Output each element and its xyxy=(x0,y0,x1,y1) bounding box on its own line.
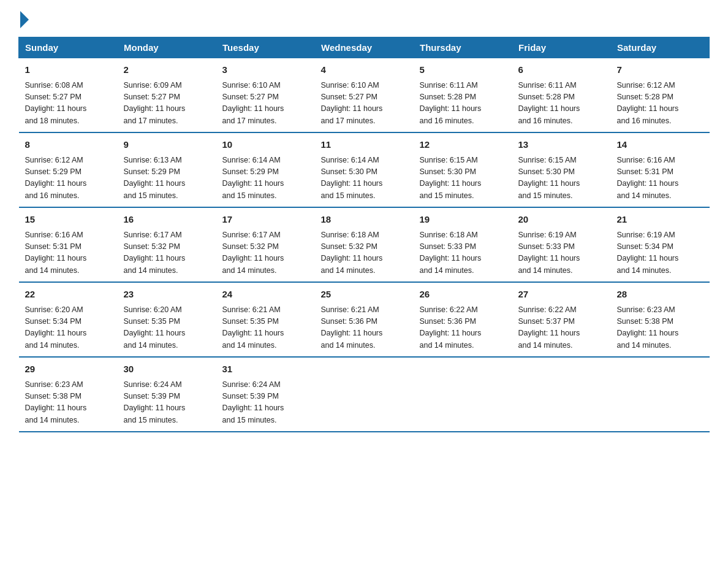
day-info: Sunrise: 6:14 AMSunset: 5:29 PMDaylight:… xyxy=(222,156,284,200)
calendar-body: 1 Sunrise: 6:08 AMSunset: 5:27 PMDayligh… xyxy=(19,58,710,432)
day-number: 28 xyxy=(617,288,703,302)
day-header-friday: Friday xyxy=(512,37,611,58)
day-number: 9 xyxy=(124,138,210,152)
calendar-cell: 7 Sunrise: 6:12 AMSunset: 5:28 PMDayligh… xyxy=(611,58,710,133)
day-number: 12 xyxy=(420,138,506,152)
day-number: 7 xyxy=(617,63,703,77)
days-of-week-row: SundayMondayTuesdayWednesdayThursdayFrid… xyxy=(19,37,710,58)
day-info: Sunrise: 6:10 AMSunset: 5:27 PMDaylight:… xyxy=(222,81,284,125)
calendar-cell: 16 Sunrise: 6:17 AMSunset: 5:32 PMDaylig… xyxy=(118,207,216,282)
day-number: 15 xyxy=(25,213,112,227)
day-number: 26 xyxy=(420,288,506,302)
day-number: 23 xyxy=(124,288,210,302)
day-info: Sunrise: 6:11 AMSunset: 5:28 PMDaylight:… xyxy=(420,81,482,125)
day-number: 2 xyxy=(124,63,210,77)
calendar-cell: 13 Sunrise: 6:15 AMSunset: 5:30 PMDaylig… xyxy=(512,132,611,207)
day-number: 3 xyxy=(222,63,309,77)
calendar-cell: 2 Sunrise: 6:09 AMSunset: 5:27 PMDayligh… xyxy=(118,58,216,133)
day-number: 16 xyxy=(124,213,210,227)
calendar-table: SundayMondayTuesdayWednesdayThursdayFrid… xyxy=(18,37,710,432)
day-info: Sunrise: 6:19 AMSunset: 5:34 PMDaylight:… xyxy=(617,231,679,275)
calendar-cell: 8 Sunrise: 6:12 AMSunset: 5:29 PMDayligh… xyxy=(19,132,118,207)
calendar-cell: 5 Sunrise: 6:11 AMSunset: 5:28 PMDayligh… xyxy=(414,58,512,133)
day-info: Sunrise: 6:09 AMSunset: 5:27 PMDaylight:… xyxy=(124,81,186,125)
day-info: Sunrise: 6:11 AMSunset: 5:28 PMDaylight:… xyxy=(518,81,580,125)
day-info: Sunrise: 6:18 AMSunset: 5:32 PMDaylight:… xyxy=(321,231,383,275)
day-info: Sunrise: 6:10 AMSunset: 5:27 PMDaylight:… xyxy=(321,81,383,125)
day-number: 29 xyxy=(25,362,112,377)
day-number: 27 xyxy=(518,288,605,302)
day-info: Sunrise: 6:14 AMSunset: 5:30 PMDaylight:… xyxy=(321,156,383,200)
calendar-cell: 20 Sunrise: 6:19 AMSunset: 5:33 PMDaylig… xyxy=(512,207,611,282)
day-info: Sunrise: 6:20 AMSunset: 5:35 PMDaylight:… xyxy=(124,305,186,350)
day-number: 1 xyxy=(25,63,112,77)
calendar-cell xyxy=(512,357,611,432)
calendar-cell: 18 Sunrise: 6:18 AMSunset: 5:32 PMDaylig… xyxy=(315,207,414,282)
day-header-monday: Monday xyxy=(118,37,216,58)
day-number: 21 xyxy=(617,213,703,227)
calendar-cell: 25 Sunrise: 6:21 AMSunset: 5:36 PMDaylig… xyxy=(315,282,414,357)
day-info: Sunrise: 6:24 AMSunset: 5:39 PMDaylight:… xyxy=(222,380,284,424)
day-number: 18 xyxy=(321,213,408,227)
day-info: Sunrise: 6:21 AMSunset: 5:35 PMDaylight:… xyxy=(222,305,284,350)
calendar-cell: 14 Sunrise: 6:16 AMSunset: 5:31 PMDaylig… xyxy=(611,132,710,207)
day-info: Sunrise: 6:12 AMSunset: 5:28 PMDaylight:… xyxy=(617,81,679,125)
day-header-thursday: Thursday xyxy=(414,37,512,58)
day-info: Sunrise: 6:22 AMSunset: 5:37 PMDaylight:… xyxy=(518,305,580,350)
day-number: 30 xyxy=(124,362,210,377)
calendar-cell: 10 Sunrise: 6:14 AMSunset: 5:29 PMDaylig… xyxy=(216,132,315,207)
calendar-header: SundayMondayTuesdayWednesdayThursdayFrid… xyxy=(19,37,710,58)
day-number: 13 xyxy=(518,138,605,152)
week-row-5: 29 Sunrise: 6:23 AMSunset: 5:38 PMDaylig… xyxy=(19,357,710,432)
calendar-cell: 21 Sunrise: 6:19 AMSunset: 5:34 PMDaylig… xyxy=(611,207,710,282)
day-header-tuesday: Tuesday xyxy=(216,37,315,58)
page-header xyxy=(18,12,710,26)
calendar-cell: 30 Sunrise: 6:24 AMSunset: 5:39 PMDaylig… xyxy=(118,357,216,432)
day-info: Sunrise: 6:18 AMSunset: 5:33 PMDaylight:… xyxy=(420,231,482,275)
day-info: Sunrise: 6:16 AMSunset: 5:31 PMDaylight:… xyxy=(25,231,87,275)
calendar-cell: 15 Sunrise: 6:16 AMSunset: 5:31 PMDaylig… xyxy=(19,207,118,282)
day-number: 19 xyxy=(420,213,506,227)
calendar-cell: 11 Sunrise: 6:14 AMSunset: 5:30 PMDaylig… xyxy=(315,132,414,207)
day-info: Sunrise: 6:12 AMSunset: 5:29 PMDaylight:… xyxy=(25,156,87,200)
day-info: Sunrise: 6:23 AMSunset: 5:38 PMDaylight:… xyxy=(25,380,87,424)
calendar-cell: 1 Sunrise: 6:08 AMSunset: 5:27 PMDayligh… xyxy=(19,58,118,133)
calendar-cell xyxy=(315,357,414,432)
calendar-cell: 12 Sunrise: 6:15 AMSunset: 5:30 PMDaylig… xyxy=(414,132,512,207)
week-row-3: 15 Sunrise: 6:16 AMSunset: 5:31 PMDaylig… xyxy=(19,207,710,282)
day-number: 5 xyxy=(420,63,506,77)
day-header-saturday: Saturday xyxy=(611,37,710,58)
day-info: Sunrise: 6:16 AMSunset: 5:31 PMDaylight:… xyxy=(617,156,679,200)
day-info: Sunrise: 6:21 AMSunset: 5:36 PMDaylight:… xyxy=(321,305,383,350)
day-number: 24 xyxy=(222,288,309,302)
day-info: Sunrise: 6:13 AMSunset: 5:29 PMDaylight:… xyxy=(124,156,186,200)
calendar-cell xyxy=(611,357,710,432)
calendar-cell: 22 Sunrise: 6:20 AMSunset: 5:34 PMDaylig… xyxy=(19,282,118,357)
day-number: 8 xyxy=(25,138,112,152)
calendar-cell: 6 Sunrise: 6:11 AMSunset: 5:28 PMDayligh… xyxy=(512,58,611,133)
day-number: 25 xyxy=(321,288,408,302)
calendar-cell xyxy=(414,357,512,432)
week-row-2: 8 Sunrise: 6:12 AMSunset: 5:29 PMDayligh… xyxy=(19,132,710,207)
calendar-cell: 29 Sunrise: 6:23 AMSunset: 5:38 PMDaylig… xyxy=(19,357,118,432)
day-header-wednesday: Wednesday xyxy=(315,37,414,58)
day-header-sunday: Sunday xyxy=(19,37,118,58)
logo-arrow-icon xyxy=(20,11,29,28)
calendar-cell: 26 Sunrise: 6:22 AMSunset: 5:36 PMDaylig… xyxy=(414,282,512,357)
day-number: 20 xyxy=(518,213,605,227)
day-info: Sunrise: 6:23 AMSunset: 5:38 PMDaylight:… xyxy=(617,305,679,350)
day-info: Sunrise: 6:22 AMSunset: 5:36 PMDaylight:… xyxy=(420,305,482,350)
calendar-cell: 19 Sunrise: 6:18 AMSunset: 5:33 PMDaylig… xyxy=(414,207,512,282)
day-info: Sunrise: 6:19 AMSunset: 5:33 PMDaylight:… xyxy=(518,231,580,275)
day-number: 6 xyxy=(518,63,605,77)
day-info: Sunrise: 6:15 AMSunset: 5:30 PMDaylight:… xyxy=(420,156,482,200)
calendar-cell: 23 Sunrise: 6:20 AMSunset: 5:35 PMDaylig… xyxy=(118,282,216,357)
calendar-cell: 28 Sunrise: 6:23 AMSunset: 5:38 PMDaylig… xyxy=(611,282,710,357)
day-number: 17 xyxy=(222,213,309,227)
day-info: Sunrise: 6:17 AMSunset: 5:32 PMDaylight:… xyxy=(222,231,284,275)
logo xyxy=(18,12,29,26)
calendar-cell: 3 Sunrise: 6:10 AMSunset: 5:27 PMDayligh… xyxy=(216,58,315,133)
calendar-cell: 24 Sunrise: 6:21 AMSunset: 5:35 PMDaylig… xyxy=(216,282,315,357)
day-number: 14 xyxy=(617,138,703,152)
day-info: Sunrise: 6:20 AMSunset: 5:34 PMDaylight:… xyxy=(25,305,87,350)
